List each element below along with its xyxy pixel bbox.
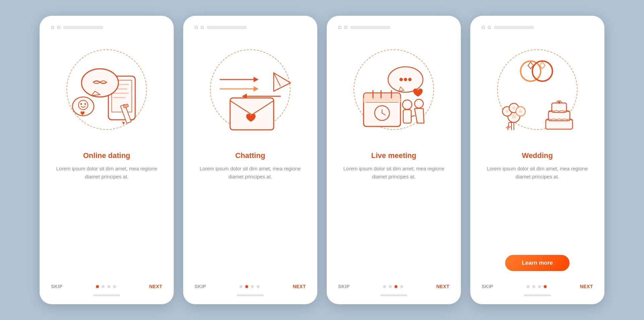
card-desc: Lorem ipsum dolor sit dim amet, mea regi… — [480, 165, 595, 181]
svg-point-10 — [85, 103, 86, 105]
status-bar — [494, 26, 534, 29]
dot-1 — [96, 285, 99, 288]
progress-dots — [96, 285, 116, 288]
svg-point-36 — [408, 78, 412, 81]
progress-dots — [383, 285, 403, 288]
bottom-nav: SKIP NEXT — [480, 284, 595, 289]
illustration-wedding — [484, 36, 591, 143]
dot-2 — [532, 285, 535, 288]
card-title: Wedding — [522, 151, 553, 160]
status-dot — [488, 26, 491, 29]
svg-rect-38 — [403, 110, 411, 123]
screens-container: Online dating Lorem ipsum dolor sit dim … — [40, 16, 604, 304]
svg-marker-20 — [274, 73, 290, 91]
svg-line-40 — [411, 116, 415, 116]
svg-point-53 — [512, 114, 516, 119]
card-desc: Lorem ipsum dolor sit dim amet, mea regi… — [336, 165, 451, 181]
dot-2 — [245, 285, 248, 288]
bottom-handle — [380, 295, 407, 296]
skip-button[interactable]: SKIP — [338, 284, 350, 289]
svg-point-34 — [399, 78, 403, 81]
status-bar — [63, 26, 103, 29]
dot-3 — [394, 285, 397, 288]
dot-3 — [251, 285, 254, 288]
svg-point-48 — [558, 102, 560, 104]
svg-point-35 — [404, 78, 407, 81]
skip-button[interactable]: SKIP — [195, 284, 206, 289]
dot-2 — [102, 285, 105, 288]
bottom-nav: SKIP NEXT — [336, 284, 451, 289]
illustration-online-dating — [53, 36, 160, 143]
illustration-live-meeting — [340, 36, 447, 143]
wedding-svg — [487, 39, 588, 140]
phone-top-bar — [49, 26, 103, 29]
status-dot — [201, 26, 204, 29]
phone-top-bar — [193, 26, 247, 29]
card-desc: Lorem ipsum dolor sit dim amet, mea regi… — [193, 165, 308, 181]
illustration-chatting — [197, 36, 304, 143]
status-dot — [338, 26, 341, 29]
next-button[interactable]: NEXT — [149, 284, 162, 289]
skip-button[interactable]: SKIP — [482, 284, 493, 289]
svg-point-54 — [505, 110, 509, 113]
dot-4 — [544, 285, 547, 288]
bottom-nav: SKIP NEXT — [193, 284, 308, 289]
dot-3 — [107, 285, 110, 288]
chatting-svg — [200, 39, 301, 140]
bottom-handle — [524, 295, 551, 296]
card-title: Live meeting — [371, 151, 416, 160]
status-dot — [51, 26, 54, 29]
phone-card-online-dating: Online dating Lorem ipsum dolor sit dim … — [40, 16, 174, 304]
status-dot — [482, 26, 485, 29]
svg-point-6 — [82, 69, 118, 97]
dot-4 — [400, 285, 403, 288]
phone-top-bar — [336, 26, 390, 29]
svg-marker-15 — [254, 77, 259, 82]
svg-marker-17 — [254, 86, 259, 92]
svg-marker-12 — [122, 121, 125, 125]
live-meeting-svg — [343, 39, 444, 140]
phone-card-chatting: Chatting Lorem ipsum dolor sit dim amet,… — [183, 16, 317, 304]
status-bar — [350, 26, 390, 29]
svg-point-56 — [519, 110, 522, 113]
bottom-nav: SKIP NEXT — [49, 284, 164, 289]
phone-card-live-meeting: Live meeting Lorem ipsum dolor sit dim a… — [327, 16, 461, 304]
card-title: Online dating — [83, 151, 130, 160]
phone-top-bar — [480, 26, 534, 29]
svg-point-39 — [415, 99, 423, 108]
next-button[interactable]: NEXT — [580, 284, 593, 289]
status-dot — [344, 26, 347, 29]
next-button[interactable]: NEXT — [293, 284, 306, 289]
card-title: Chatting — [235, 151, 265, 160]
svg-point-55 — [512, 106, 516, 110]
status-dot — [57, 26, 60, 29]
dot-1 — [239, 285, 243, 288]
dot-1 — [527, 285, 530, 288]
skip-button[interactable]: SKIP — [51, 284, 63, 289]
online-dating-svg — [56, 39, 157, 140]
svg-rect-23 — [230, 98, 274, 130]
dot-4 — [257, 285, 260, 288]
bottom-handle — [237, 295, 264, 296]
phone-card-wedding: Wedding Lorem ipsum dolor sit dim amet, … — [470, 16, 604, 304]
learn-more-button[interactable]: Learn more — [505, 255, 570, 271]
status-dot — [195, 26, 198, 29]
dot-3 — [538, 285, 541, 288]
progress-dots — [239, 285, 260, 288]
bottom-handle — [93, 295, 120, 296]
svg-rect-26 — [364, 98, 400, 102]
dot-1 — [383, 285, 386, 288]
card-desc: Lorem ipsum dolor sit dim amet, mea regi… — [49, 165, 164, 181]
progress-dots — [527, 285, 547, 288]
svg-point-9 — [80, 103, 82, 105]
status-bar — [207, 26, 247, 29]
dot-2 — [389, 285, 392, 288]
next-button[interactable]: NEXT — [436, 284, 449, 289]
svg-point-37 — [402, 100, 412, 109]
dot-4 — [113, 285, 116, 288]
